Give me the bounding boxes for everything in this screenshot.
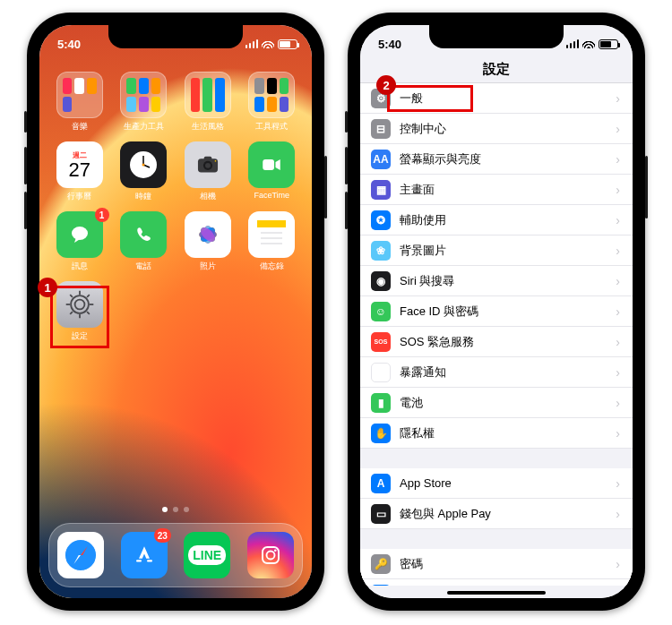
settings-row-icon: ✉ [371,585,391,586]
svg-point-41 [274,549,277,552]
settings-row-icon: ☺ [371,302,391,321]
settings-row-label: App Store [400,476,616,490]
notch [108,25,243,48]
volume-down[interactable] [24,192,27,229]
settings-row-label: 螢幕顯示與亮度 [400,151,616,167]
callout-box-1 [50,286,109,348]
settings-row[interactable]: ✋隱私權› [360,418,633,449]
dock-instagram[interactable] [247,532,294,578]
power-button[interactable] [645,156,648,218]
mute-switch[interactable] [24,111,27,133]
settings-row[interactable]: ✉郵件› [360,579,633,586]
folder-lifestyle[interactable]: 生活風格 [182,72,234,133]
svg-rect-37 [136,560,142,561]
svg-rect-19 [257,220,286,227]
chevron-right-icon: › [616,507,620,521]
svg-rect-39 [263,547,279,563]
volume-down[interactable] [345,192,348,229]
settings-row-icon: ▭ [371,504,391,524]
app-clock[interactable]: 時鐘 [118,141,170,202]
svg-point-40 [266,552,274,560]
badge-appstore: 23 [154,528,171,543]
wifi-icon [582,39,595,48]
phone-home: 5:40 音樂 生產力工具 生活風 [27,13,324,611]
chevron-right-icon: › [616,557,620,571]
chevron-right-icon: › [616,91,620,106]
settings-row[interactable]: SOSSOS 緊急服務› [360,327,633,357]
chevron-right-icon: › [616,365,620,380]
page-indicator[interactable] [39,507,312,512]
settings-row-icon: ◉ [371,271,391,291]
dock-line[interactable]: LINE [184,532,230,578]
settings-row-label: 輔助使用 [400,212,616,228]
settings-row[interactable]: ❀背景圖片› [360,235,633,266]
app-facetime[interactable]: FaceTime [246,141,298,202]
app-phone[interactable]: 電話 [118,211,170,272]
svg-rect-38 [147,560,152,561]
app-messages[interactable]: 1 訊息 [54,211,106,272]
settings-row-label: Face ID 與密碼 [400,304,616,320]
svg-rect-7 [204,157,212,160]
settings-row-icon: 🔑 [371,554,391,574]
wifi-icon [262,39,274,48]
notch [429,25,564,48]
settings-row[interactable]: ▦主畫面› [360,175,633,205]
folder-productivity[interactable]: 生產力工具 [118,72,170,133]
chevron-right-icon: › [616,122,620,136]
settings-row-label: Siri 與搜尋 [400,273,616,289]
settings-row-icon: A [371,474,391,493]
settings-row[interactable]: AApp Store› [360,468,633,499]
chevron-right-icon: › [616,244,620,258]
settings-title: 設定 [360,61,633,78]
settings-row[interactable]: 🔑密碼› [360,549,633,579]
settings-row-label: 背景圖片 [400,243,616,259]
app-calendar[interactable]: 週二 27 行事曆 [54,141,106,202]
app-notes[interactable]: 備忘錄 [246,211,298,272]
volume-up[interactable] [345,147,348,184]
chevron-right-icon: › [616,476,620,491]
app-photos[interactable]: 照片 [182,211,234,272]
settings-row[interactable]: ✪輔助使用› [360,205,633,235]
battery-icon [278,39,297,49]
settings-row-label: 錢包與 Apple Pay [400,506,616,522]
svg-point-10 [72,227,88,240]
settings-row-label: 密碼 [400,556,616,572]
settings-row[interactable]: ⊟控制中心› [360,114,633,144]
callout-marker-1: 1 [38,278,57,297]
settings-row[interactable]: ☺Face ID 與密碼› [360,296,633,327]
settings-row-icon: ▮ [371,393,391,413]
settings-row-icon: SOS [371,332,391,352]
settings-row-label: SOS 緊急服務 [400,334,616,350]
cellular-icon [566,39,580,48]
dock-safari[interactable] [57,532,104,578]
dock-appstore[interactable]: 23 [121,532,168,578]
chevron-right-icon: › [616,426,620,441]
chevron-right-icon: › [616,396,620,410]
settings-row-label: 控制中心 [400,121,616,137]
settings-list[interactable]: ⚙一般›⊟控制中心›AA螢幕顯示與亮度›▦主畫面›✪輔助使用›❀背景圖片›◉Si… [360,83,633,586]
settings-row-label: 暴露通知 [400,364,616,381]
volume-up[interactable] [24,147,27,184]
settings-row[interactable]: AA螢幕顯示與亮度› [360,144,633,175]
home-indicator[interactable] [447,591,546,595]
folder-music[interactable]: 音樂 [54,72,106,133]
callout-box-2 [387,85,473,112]
settings-row[interactable]: ▮電池› [360,388,633,418]
svg-rect-9 [263,159,275,170]
chevron-right-icon: › [616,335,620,349]
settings-row[interactable]: ◉Siri 與搜尋› [360,266,633,296]
home-screen: 5:40 音樂 生產力工具 生活風 [39,25,312,598]
settings-row[interactable]: ✱暴露通知› [360,357,633,388]
phone-settings: 5:40 設定 ⚙一般›⊟控制中心›AA螢幕顯示與亮度›▦主畫面›✪輔助使用›❀… [348,13,645,611]
power-button[interactable] [324,156,327,218]
settings-screen: 5:40 設定 ⚙一般›⊟控制中心›AA螢幕顯示與亮度›▦主畫面›✪輔助使用›❀… [360,25,633,598]
svg-point-8 [214,160,216,162]
settings-row-icon: ❀ [371,241,391,261]
mute-switch[interactable] [345,111,348,133]
chevron-right-icon: › [616,274,620,288]
settings-row-icon: AA [371,150,391,169]
app-camera[interactable]: 相機 [182,141,234,202]
status-time: 5:40 [57,38,81,51]
folder-utilities[interactable]: 工具程式 [246,72,298,133]
settings-row[interactable]: ▭錢包與 Apple Pay› [360,499,633,529]
